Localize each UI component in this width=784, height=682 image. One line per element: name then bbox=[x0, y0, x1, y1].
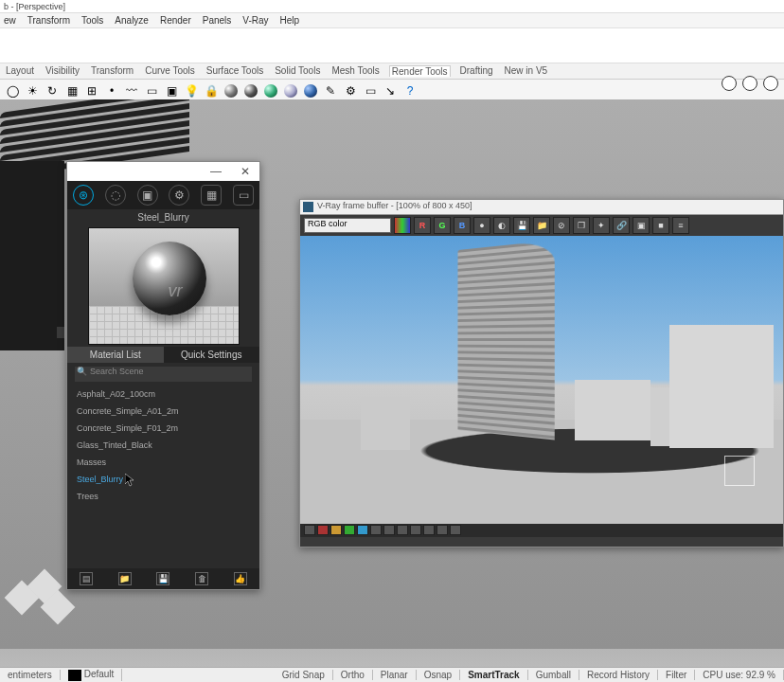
panel-toggle-icon[interactable] bbox=[57, 327, 64, 338]
channel-r-button[interactable]: R bbox=[414, 217, 431, 234]
tab-visibility[interactable]: Visibility bbox=[44, 65, 81, 77]
material-ball-icon[interactable] bbox=[302, 82, 319, 99]
save-icon[interactable]: 💾 bbox=[513, 217, 530, 234]
close-icon[interactable]: ✕ bbox=[241, 165, 250, 178]
surface-icon[interactable]: ▭ bbox=[143, 82, 160, 99]
menu-item[interactable]: Render bbox=[160, 15, 191, 26]
rect-icon[interactable]: ▭ bbox=[362, 82, 379, 99]
menu-item[interactable]: Transform bbox=[27, 15, 70, 26]
channel-b-button[interactable]: B bbox=[454, 217, 471, 234]
search-input[interactable]: Search Scene bbox=[75, 367, 252, 382]
load-icon[interactable]: 📁 bbox=[533, 217, 550, 234]
snap-toggle[interactable]: Filter bbox=[658, 670, 695, 680]
material-ball-icon[interactable] bbox=[262, 82, 279, 99]
rgb-icon[interactable] bbox=[394, 217, 411, 234]
menu-item[interactable]: Analyze bbox=[115, 15, 149, 26]
snap-toggle[interactable]: Gumball bbox=[528, 670, 579, 680]
curve-icon[interactable]: 〰 bbox=[123, 82, 140, 99]
solid-icon[interactable]: ▣ bbox=[163, 82, 180, 99]
vray-iconbar bbox=[722, 76, 778, 91]
tab-transform[interactable]: Transform bbox=[89, 65, 135, 77]
snap-toggle[interactable]: Ortho bbox=[333, 670, 373, 680]
tab-layout[interactable]: Layout bbox=[4, 65, 36, 77]
layer-label[interactable]: Default bbox=[61, 669, 123, 680]
correct-icon[interactable]: ≡ bbox=[672, 217, 689, 234]
materials-tab-icon[interactable]: ⊛ bbox=[73, 185, 94, 206]
switch-icon[interactable]: ◐ bbox=[493, 217, 510, 234]
snap-toggle[interactable]: Record History bbox=[579, 670, 658, 680]
track-icon[interactable]: ✦ bbox=[593, 217, 610, 234]
settings-icon[interactable]: ⚙ bbox=[342, 82, 359, 99]
arrow-icon[interactable]: ↘ bbox=[382, 82, 399, 99]
tab-newv5[interactable]: New in V5 bbox=[503, 65, 550, 77]
cursor-icon bbox=[125, 474, 134, 487]
material-ball-icon[interactable] bbox=[223, 82, 240, 99]
tab-render[interactable]: Render Tools bbox=[389, 65, 451, 77]
quick-settings-tab[interactable]: Quick Settings bbox=[164, 347, 260, 363]
save-icon[interactable]: 💾 bbox=[156, 572, 169, 585]
menu-item[interactable]: Tools bbox=[81, 15, 103, 26]
loop-icon[interactable]: ↻ bbox=[44, 82, 61, 99]
geometry-tab-icon[interactable]: ▣ bbox=[137, 185, 158, 206]
frame-icon[interactable]: ▦ bbox=[63, 82, 80, 99]
list-item[interactable]: Masses bbox=[77, 454, 250, 471]
tab-solid[interactable]: Solid Tools bbox=[273, 65, 322, 77]
vray-render-icon[interactable] bbox=[722, 76, 737, 91]
render-icon[interactable]: ◯ bbox=[4, 82, 21, 99]
settings-tab-icon[interactable]: ⚙ bbox=[169, 185, 189, 206]
tab-surface[interactable]: Surface Tools bbox=[205, 65, 265, 77]
material-ball-icon[interactable] bbox=[242, 82, 259, 99]
framebuffer-tab-icon[interactable]: ▭ bbox=[233, 185, 254, 206]
lights-tab-icon[interactable]: ◌ bbox=[105, 185, 126, 206]
mono-icon[interactable]: ● bbox=[473, 217, 490, 234]
tab-curve[interactable]: Curve Tools bbox=[143, 65, 197, 77]
render-tab-icon[interactable]: ▦ bbox=[201, 185, 222, 206]
region-icon[interactable]: ▣ bbox=[633, 217, 650, 234]
tab-mesh[interactable]: Mesh Tools bbox=[330, 65, 381, 77]
sun-icon[interactable]: ☀ bbox=[24, 82, 41, 99]
lock-icon[interactable]: 🔒 bbox=[203, 82, 220, 99]
material-list-tab[interactable]: Material List bbox=[67, 347, 164, 363]
material-list: Asphalt_A02_100cm Concrete_Simple_A01_2m… bbox=[67, 386, 259, 505]
list-item[interactable]: Concrete_Simple_F01_2m bbox=[77, 420, 250, 437]
tab-drafting[interactable]: Drafting bbox=[458, 65, 495, 77]
channel-g-button[interactable]: G bbox=[434, 217, 451, 234]
clear-icon[interactable]: ⊘ bbox=[553, 217, 570, 234]
snap-toggle[interactable]: Osnap bbox=[417, 670, 460, 680]
list-item[interactable]: Concrete_Simple_A01_2m bbox=[77, 403, 250, 420]
pipette-icon[interactable]: ✎ bbox=[322, 82, 339, 99]
menu-item[interactable]: V-Ray bbox=[242, 15, 268, 26]
channel-select[interactable]: RGB color bbox=[304, 218, 391, 233]
render-output[interactable] bbox=[300, 236, 783, 524]
list-item[interactable]: Glass_Tinted_Black bbox=[77, 437, 250, 454]
vray-interactive-icon[interactable] bbox=[742, 76, 757, 91]
material-ball-icon[interactable] bbox=[282, 82, 299, 99]
apply-icon[interactable]: 👍 bbox=[234, 572, 247, 585]
list-item[interactable]: Trees bbox=[77, 488, 250, 505]
import-icon[interactable]: 📁 bbox=[118, 572, 132, 585]
delete-icon[interactable]: 🗑 bbox=[195, 572, 208, 585]
grid-icon[interactable]: ⊞ bbox=[83, 82, 100, 99]
snap-toggle[interactable]: Grid Snap bbox=[275, 670, 333, 680]
cpu-label: CPU use: 92.9 % bbox=[695, 670, 784, 680]
snap-toggle[interactable]: SmartTrack bbox=[460, 670, 527, 680]
menu-item[interactable]: Panels bbox=[203, 15, 232, 26]
framebuffer-title[interactable]: V-Ray frame buffer - [100% of 800 x 450] bbox=[300, 200, 783, 215]
minimize-icon[interactable]: — bbox=[210, 165, 222, 178]
help-icon[interactable]: ? bbox=[401, 82, 419, 99]
menu-item[interactable]: ew bbox=[4, 15, 16, 26]
list-item[interactable]: Asphalt_A02_100cm bbox=[77, 386, 250, 403]
list-item[interactable]: Steel_Blurry bbox=[77, 471, 250, 488]
vray-stop-icon[interactable] bbox=[763, 76, 778, 91]
vray-asset-editor: — ✕ ⊛ ◌ ▣ ⚙ ▦ ▭ Steel_Blurry Material Li… bbox=[66, 161, 260, 590]
stop-icon[interactable]: ■ bbox=[652, 217, 669, 234]
add-icon[interactable]: ▤ bbox=[80, 572, 93, 585]
clone-icon[interactable]: ❐ bbox=[573, 217, 590, 234]
snap-toggle[interactable]: Planar bbox=[373, 670, 417, 680]
bulb-icon[interactable]: 💡 bbox=[183, 82, 200, 99]
link-icon[interactable]: 🔗 bbox=[613, 217, 630, 234]
panel-titlebar[interactable]: — ✕ bbox=[67, 162, 259, 181]
menu-item[interactable]: Help bbox=[280, 15, 300, 26]
point-icon[interactable]: • bbox=[103, 82, 120, 99]
menu-bar: ew Transform Tools Analyze Render Panels… bbox=[0, 13, 784, 28]
